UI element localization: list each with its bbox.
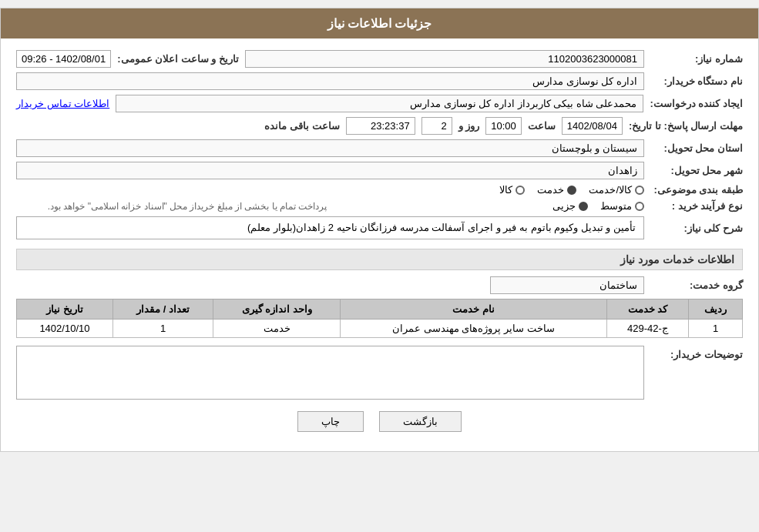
description-label: شرح کلی نیاز: bbox=[650, 223, 743, 234]
buttons-row: بازگشت چاپ bbox=[16, 411, 743, 432]
response-deadline-label: مهلت ارسال پاسخ: تا تاریخ: bbox=[629, 120, 743, 132]
table-row: 1ج-42-429ساخت سایر پروژه‌های مهندسی عمرا… bbox=[17, 320, 743, 338]
category-radio-group: کالا/خدمت خدمت کالا bbox=[16, 184, 644, 196]
process-jozi-radio[interactable] bbox=[579, 202, 588, 211]
announcement-date-label: تاریخ و ساعت اعلان عمومی: bbox=[117, 53, 239, 65]
category-label: طبقه بندی موضوعی: bbox=[650, 184, 743, 196]
response-time-label: ساعت bbox=[528, 120, 556, 132]
need-number-label: شماره نیاز: bbox=[650, 53, 743, 65]
category-kala-option: کالا bbox=[499, 184, 525, 196]
category-khadamat-label: خدمت bbox=[537, 184, 564, 196]
province-row: استان محل تحویل: سیستان و بلوچستان bbox=[16, 139, 743, 157]
remaining-value: 23:23:37 bbox=[346, 117, 415, 135]
buyer-notes-row: توضیحات خریدار: bbox=[16, 346, 743, 400]
table-cell: 1402/10/10 bbox=[17, 320, 113, 338]
table-header-row: ردیف کد خدمت نام خدمت واحد اندازه گیری ت… bbox=[17, 299, 743, 320]
creator-value: محمدعلی شاه بیکی کاربرداز اداره کل نوساز… bbox=[116, 95, 643, 112]
process-jozi-label: جزیی bbox=[552, 200, 576, 212]
col-name: نام خدمت bbox=[340, 299, 606, 320]
col-qty: تعداد / مقدار bbox=[113, 299, 213, 320]
city-label: شهر محل تحویل: bbox=[650, 165, 743, 176]
description-value: تأمین و تبدیل وکیوم باتوم به فیر و اجرای… bbox=[16, 216, 644, 239]
process-row: نوع فرآیند خرید : متوسط جزیی پرداخت تمام… bbox=[16, 200, 743, 212]
province-value: سیستان و بلوچستان bbox=[16, 139, 644, 157]
buyer-org-value: اداره کل نوسازی مدارس bbox=[16, 72, 644, 90]
category-kala-khadamat-radio[interactable] bbox=[635, 186, 644, 195]
service-group-row: گروه خدمت: ساختمان bbox=[16, 276, 743, 294]
response-time-value: 10:00 bbox=[485, 117, 522, 135]
category-row: طبقه بندی موضوعی: کالا/خدمت خدمت کالا bbox=[16, 184, 743, 196]
process-radio-group: متوسط جزیی bbox=[334, 200, 645, 212]
city-value: زاهدان bbox=[16, 162, 644, 179]
table-cell: ساخت سایر پروژه‌های مهندسی عمران bbox=[340, 320, 606, 338]
buyer-notes-label: توضیحات خریدار: bbox=[650, 346, 743, 360]
col-unit: واحد اندازه گیری bbox=[213, 299, 341, 320]
col-date: تاریخ نیاز bbox=[17, 299, 113, 320]
buyer-notes-textarea[interactable] bbox=[16, 346, 644, 400]
table-cell: 1 bbox=[689, 320, 743, 338]
buyer-org-label: نام دستگاه خریدار: bbox=[650, 75, 743, 87]
page-title: جزئیات اطلاعات نیاز bbox=[327, 17, 432, 30]
table-cell: 1 bbox=[113, 320, 213, 338]
response-days-label: روز و bbox=[458, 120, 480, 132]
category-kala-khadamat-label: کالا/خدمت bbox=[589, 184, 632, 196]
province-label: استان محل تحویل: bbox=[650, 142, 743, 154]
contact-info-link[interactable]: اطلاعات تماس خریدار bbox=[16, 98, 109, 109]
table-cell: خدمت bbox=[213, 320, 341, 338]
page-header: جزئیات اطلاعات نیاز bbox=[1, 8, 758, 38]
announcement-date-value: 1402/08/01 - 09:26 bbox=[16, 50, 111, 68]
service-group-value: ساختمان bbox=[490, 276, 644, 294]
need-number-row: شماره نیاز: 1102003623000081 تاریخ و ساع… bbox=[16, 50, 743, 68]
response-date-value: 1402/08/04 bbox=[562, 117, 623, 135]
category-kala-label: کالا bbox=[499, 184, 512, 196]
category-kala-khadamat-option: کالا/خدمت bbox=[589, 184, 644, 196]
process-description: پرداخت تمام یا بخشی از مبلغ خریداز محل "… bbox=[16, 201, 327, 212]
creator-label: ایجاد کننده درخواست: bbox=[650, 98, 743, 109]
process-motavaset-option: متوسط bbox=[600, 200, 644, 212]
col-code: کد خدمت bbox=[606, 299, 688, 320]
process-motavaset-radio[interactable] bbox=[635, 202, 644, 211]
remaining-label: ساعت باقی مانده bbox=[264, 120, 339, 132]
buyer-org-row: نام دستگاه خریدار: اداره کل نوسازی مدارس bbox=[16, 72, 743, 90]
category-kala-radio[interactable] bbox=[516, 186, 525, 195]
table-cell: ج-42-429 bbox=[606, 320, 688, 338]
need-number-value: 1102003623000081 bbox=[245, 50, 644, 68]
process-label: نوع فرآیند خرید : bbox=[650, 200, 743, 212]
services-table: ردیف کد خدمت نام خدمت واحد اندازه گیری ت… bbox=[16, 299, 743, 338]
back-button[interactable]: بازگشت bbox=[379, 411, 462, 432]
creator-row: ایجاد کننده درخواست: محمدعلی شاه بیکی کا… bbox=[16, 95, 743, 112]
response-days-value: 2 bbox=[421, 117, 452, 135]
services-section-header: اطلاعات خدمات مورد نیاز bbox=[16, 249, 743, 270]
process-jozi-option: جزیی bbox=[552, 200, 588, 212]
response-deadline-row: مهلت ارسال پاسخ: تا تاریخ: 1402/08/04 سا… bbox=[16, 117, 743, 135]
category-khadamat-radio[interactable] bbox=[567, 186, 576, 195]
category-khadamat-option: خدمت bbox=[537, 184, 576, 196]
service-group-label: گروه خدمت: bbox=[650, 279, 743, 291]
col-radif: ردیف bbox=[689, 299, 743, 320]
process-motavaset-label: متوسط bbox=[600, 200, 632, 212]
print-button[interactable]: چاپ bbox=[297, 411, 364, 432]
description-row: شرح کلی نیاز: تأمین و تبدیل وکیوم باتوم … bbox=[16, 216, 743, 239]
city-row: شهر محل تحویل: زاهدان bbox=[16, 162, 743, 179]
